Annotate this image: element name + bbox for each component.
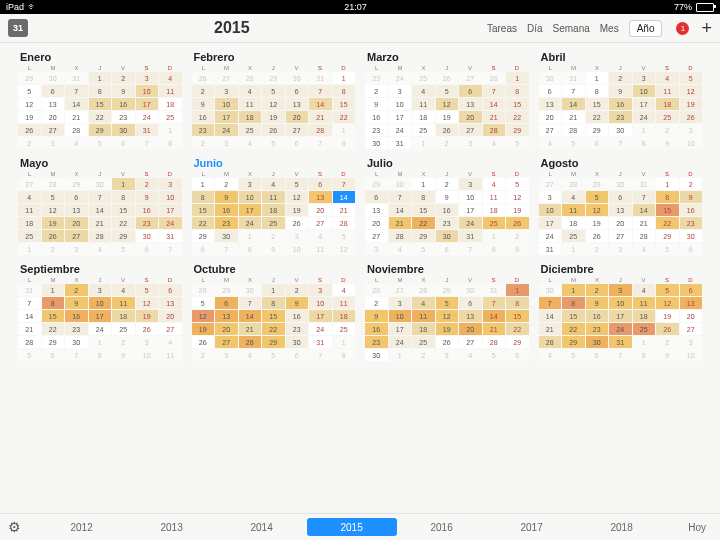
- day-cell[interactable]: 23: [215, 217, 238, 229]
- day-cell[interactable]: 27: [159, 323, 182, 335]
- day-cell[interactable]: 23: [586, 323, 609, 335]
- day-cell[interactable]: 30: [586, 336, 609, 348]
- day-cell[interactable]: 22: [262, 323, 285, 335]
- day-cell[interactable]: 18: [262, 204, 285, 216]
- day-cell[interactable]: 29: [562, 336, 585, 348]
- day-cell[interactable]: 29: [586, 124, 609, 136]
- day-cell[interactable]: 11: [262, 191, 285, 203]
- day-cell[interactable]: 1: [262, 284, 285, 296]
- day-cell[interactable]: 30: [65, 336, 88, 348]
- day-cell[interactable]: 31: [136, 124, 159, 136]
- day-cell[interactable]: 13: [459, 98, 482, 110]
- day-cell[interactable]: 13: [215, 310, 238, 322]
- day-cell[interactable]: 22: [42, 323, 65, 335]
- day-cell[interactable]: 4: [262, 178, 285, 190]
- day-cell[interactable]: 28: [562, 124, 585, 136]
- day-cell[interactable]: 16: [136, 204, 159, 216]
- day-cell[interactable]: 15: [562, 310, 585, 322]
- day-cell[interactable]: 24: [389, 124, 412, 136]
- day-cell[interactable]: 25: [483, 217, 506, 229]
- day-cell[interactable]: 8: [506, 297, 529, 309]
- day-cell[interactable]: 14: [18, 310, 41, 322]
- day-cell[interactable]: 19: [656, 310, 679, 322]
- day-cell[interactable]: 15: [89, 98, 112, 110]
- day-cell[interactable]: 22: [562, 323, 585, 335]
- day-cell[interactable]: 11: [412, 98, 435, 110]
- day-cell[interactable]: 8: [333, 85, 356, 97]
- day-cell[interactable]: 20: [42, 111, 65, 123]
- day-cell[interactable]: 22: [333, 111, 356, 123]
- day-cell[interactable]: 30: [436, 230, 459, 242]
- day-cell[interactable]: 12: [192, 310, 215, 322]
- day-cell[interactable]: 10: [633, 85, 656, 97]
- day-cell[interactable]: 13: [365, 204, 388, 216]
- day-cell[interactable]: 1: [333, 72, 356, 84]
- day-cell[interactable]: 26: [286, 217, 309, 229]
- day-cell[interactable]: 30: [609, 124, 632, 136]
- day-cell[interactable]: 8: [262, 297, 285, 309]
- day-cell[interactable]: 28: [633, 230, 656, 242]
- day-cell[interactable]: 12: [436, 98, 459, 110]
- day-cell[interactable]: 17: [159, 204, 182, 216]
- year-btn-2014[interactable]: 2014: [217, 518, 307, 536]
- day-cell[interactable]: 4: [18, 191, 41, 203]
- settings-icon[interactable]: ⚙: [8, 519, 21, 535]
- day-cell[interactable]: 26: [136, 323, 159, 335]
- day-cell[interactable]: 15: [506, 98, 529, 110]
- day-cell[interactable]: 6: [539, 85, 562, 97]
- day-cell[interactable]: 7: [18, 297, 41, 309]
- day-cell[interactable]: 2: [136, 178, 159, 190]
- day-cell[interactable]: 28: [539, 336, 562, 348]
- day-cell[interactable]: 25: [18, 230, 41, 242]
- day-cell[interactable]: 30: [215, 230, 238, 242]
- day-cell[interactable]: 9: [436, 191, 459, 203]
- day-cell[interactable]: 5: [680, 72, 703, 84]
- calendar-icon[interactable]: 31: [8, 19, 28, 37]
- day-cell[interactable]: 4: [562, 191, 585, 203]
- month-mayo[interactable]: MayoLMXJVSD27282930123456789101112131415…: [18, 155, 182, 255]
- tab-día[interactable]: Día: [527, 23, 543, 34]
- day-cell[interactable]: 7: [483, 85, 506, 97]
- year-btn-2018[interactable]: 2018: [577, 518, 667, 536]
- day-cell[interactable]: 14: [562, 98, 585, 110]
- day-cell[interactable]: 4: [633, 284, 656, 296]
- day-cell[interactable]: 8: [506, 85, 529, 97]
- day-cell[interactable]: 25: [656, 111, 679, 123]
- day-cell[interactable]: 16: [586, 310, 609, 322]
- day-cell[interactable]: 22: [506, 111, 529, 123]
- day-cell[interactable]: 13: [609, 204, 632, 216]
- day-cell[interactable]: 14: [239, 310, 262, 322]
- day-cell[interactable]: 7: [65, 85, 88, 97]
- day-cell[interactable]: 2: [365, 85, 388, 97]
- day-cell[interactable]: 19: [506, 204, 529, 216]
- day-cell[interactable]: 19: [286, 204, 309, 216]
- day-cell[interactable]: 24: [633, 111, 656, 123]
- day-cell[interactable]: 27: [459, 124, 482, 136]
- day-cell[interactable]: 30: [112, 124, 135, 136]
- day-cell[interactable]: 8: [42, 297, 65, 309]
- day-cell[interactable]: 19: [192, 323, 215, 335]
- day-cell[interactable]: 16: [286, 310, 309, 322]
- day-cell[interactable]: 6: [365, 191, 388, 203]
- day-cell[interactable]: 4: [333, 284, 356, 296]
- day-cell[interactable]: 21: [483, 323, 506, 335]
- month-septiembre[interactable]: SeptiembreLMXJVSD31123456789101112131415…: [18, 261, 182, 361]
- day-cell[interactable]: 12: [656, 297, 679, 309]
- day-cell[interactable]: 14: [483, 98, 506, 110]
- year-btn-2013[interactable]: 2013: [127, 518, 217, 536]
- day-cell[interactable]: 9: [609, 85, 632, 97]
- month-abril[interactable]: AbrilLMXJVSD3031123456789101112131415161…: [539, 49, 703, 149]
- day-cell[interactable]: 17: [239, 204, 262, 216]
- day-cell[interactable]: 27: [609, 230, 632, 242]
- day-cell[interactable]: 16: [436, 204, 459, 216]
- day-cell[interactable]: 21: [18, 323, 41, 335]
- day-cell[interactable]: 31: [389, 137, 412, 149]
- day-cell[interactable]: 20: [159, 310, 182, 322]
- day-cell[interactable]: 19: [18, 111, 41, 123]
- day-cell[interactable]: 24: [159, 217, 182, 229]
- day-cell[interactable]: 30: [365, 137, 388, 149]
- day-cell[interactable]: 29: [656, 230, 679, 242]
- day-cell[interactable]: 28: [65, 124, 88, 136]
- day-cell[interactable]: 22: [506, 323, 529, 335]
- day-cell[interactable]: 22: [412, 217, 435, 229]
